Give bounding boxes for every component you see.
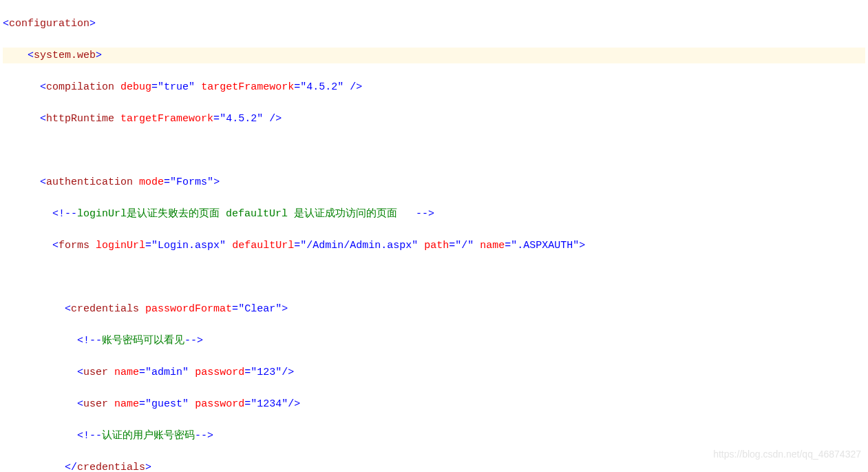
code-block: <configuration> <system.web> <compilatio… <box>0 0 868 472</box>
code-line: <forms loginUrl="Login.aspx" defaultUrl=… <box>3 238 865 254</box>
code-line: <httpRuntime targetFramework="4.5.2" /> <box>3 111 865 127</box>
code-line <box>3 143 865 158</box>
code-line: <authentication mode="Forms"> <box>3 174 865 190</box>
code-line: <!--<!--账号密码可以看见-->账号密码可以看见--> <box>3 333 865 349</box>
code-line <box>3 269 865 285</box>
code-line: <configuration> <box>3 16 865 32</box>
comment-text: 账号密码可以看见 <box>102 335 184 347</box>
code-line: <credentials passwordFormat="Clear"> <box>3 301 865 317</box>
code-line: <user name="guest" password="1234"/> <box>3 396 865 412</box>
code-line: <!--loginUrl是认证失败去的页面 defaultUrl 是认证成功访问… <box>3 206 865 222</box>
code-line: <user name="admin" password="123"/> <box>3 365 865 380</box>
code-line: <system.web> <box>3 48 865 63</box>
code-line: </credentials> <box>3 460 865 472</box>
code-line: <!--认证的用户账号密码--> <box>3 428 865 444</box>
code-line: <compilation debug="true" targetFramewor… <box>3 79 865 95</box>
comment-text: 认证的用户账号密码 <box>102 430 195 442</box>
